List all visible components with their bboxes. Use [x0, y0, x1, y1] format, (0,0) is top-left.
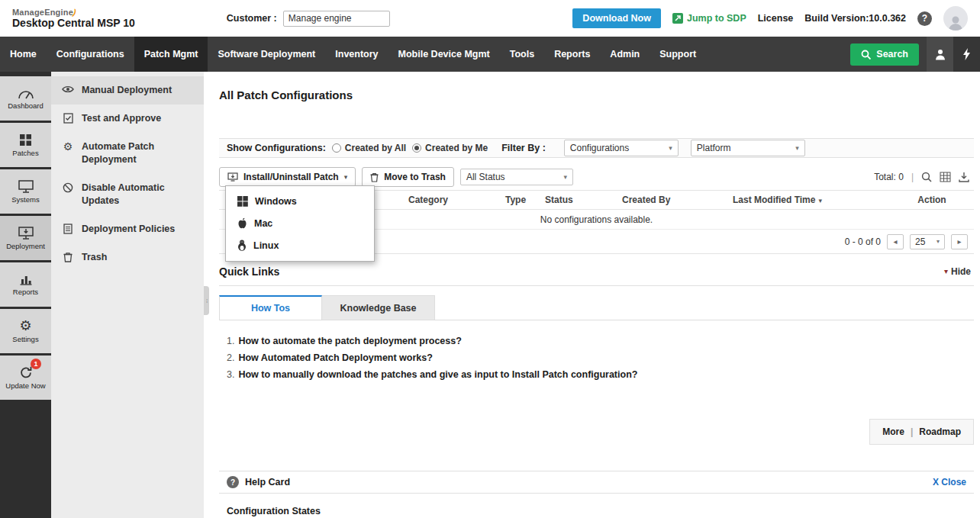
os-menu-item-linux[interactable]: Linux	[226, 234, 374, 256]
filter-by-label: Filter By :	[501, 143, 546, 153]
show-configurations-label: Show Configurations:	[227, 143, 326, 153]
nav-mobile-device-mgmt[interactable]: Mobile Device Mgmt	[388, 37, 500, 72]
export-button[interactable]	[959, 172, 969, 182]
hide-quick-links-button[interactable]: ▾ Hide	[944, 266, 971, 277]
rail-systems[interactable]: Systems	[0, 169, 51, 214]
windows-icon	[237, 196, 248, 207]
download-now-button[interactable]: Download Now	[572, 8, 661, 28]
jump-to-sdp-link[interactable]: Jump to SDP	[672, 13, 746, 24]
app-logo: ManageEngine) Desktop Central MSP 10	[12, 8, 135, 29]
roadmap-link[interactable]: Roadmap	[919, 426, 961, 437]
nav-configurations[interactable]: Configurations	[47, 37, 134, 72]
rail-reports[interactable]: Reports	[0, 262, 51, 307]
howto-link-1[interactable]: How to automate the patch deployment pro…	[238, 333, 461, 349]
more-link[interactable]: More	[882, 426, 904, 437]
more-roadmap-box: More | Roadmap	[869, 419, 974, 445]
build-version: Build Version:10.0.362	[804, 13, 906, 24]
move-to-trash-button[interactable]: Move to Trash	[362, 167, 454, 187]
nav-tools[interactable]: Tools	[500, 37, 544, 72]
grid-icon	[940, 172, 951, 182]
column-chooser-button[interactable]	[940, 172, 951, 182]
col-category[interactable]: Category	[405, 195, 502, 205]
sidebar-item-trash[interactable]: Trash	[51, 243, 204, 272]
install-patch-icon	[227, 172, 238, 182]
gear-icon: ⚙	[19, 319, 31, 333]
quick-actions-button[interactable]	[953, 37, 980, 72]
customer-input[interactable]	[283, 11, 390, 27]
filter-bar: Show Configurations: Created by All Crea…	[219, 138, 974, 158]
nav-software-deployment[interactable]: Software Deployment	[208, 37, 325, 72]
nav-home[interactable]: Home	[0, 37, 47, 72]
rail-dashboard[interactable]: Dashboard	[0, 76, 51, 121]
status-filter-select[interactable]: All Status ▾	[460, 169, 573, 185]
rail-settings[interactable]: ⚙ Settings	[0, 309, 51, 353]
page-size-select[interactable]: 25 ▾	[910, 234, 945, 249]
sidebar-item-test-and-approve[interactable]: Test and Approve	[51, 105, 204, 133]
nav-reports[interactable]: Reports	[544, 37, 600, 72]
sidebar-item-disable-automatic-updates[interactable]: Disable Automatic Updates	[51, 174, 204, 215]
rail-deployment[interactable]: Deployment	[0, 216, 51, 260]
howto-link-2[interactable]: How Automated Patch Deployment works?	[238, 349, 432, 366]
col-status[interactable]: Status	[542, 195, 619, 205]
nav-inventory[interactable]: Inventory	[325, 37, 388, 72]
reports-icon	[19, 273, 33, 285]
os-menu-item-mac[interactable]: Mac	[226, 212, 374, 234]
chevron-down-icon: ▾	[344, 173, 348, 181]
deployment-icon	[18, 227, 34, 240]
radio-checked-icon	[412, 143, 421, 153]
os-menu-item-windows[interactable]: Windows	[226, 191, 374, 212]
chevron-down-icon: ▾	[795, 144, 799, 152]
list-item: 1. How to automate the patch deployment …	[227, 333, 974, 349]
radio-created-by-me[interactable]: Created by Me	[412, 143, 488, 153]
update-badge: 1	[31, 359, 41, 369]
close-help-card-button[interactable]: X Close	[933, 477, 966, 487]
install-uninstall-patch-button[interactable]: Install/Uninstall Patch ▾	[219, 167, 356, 187]
tab-how-tos[interactable]: How Tos	[219, 295, 322, 320]
col-created-by[interactable]: Created By	[619, 195, 730, 205]
help-icon[interactable]: ?	[917, 11, 932, 26]
quick-links-title: Quick Links	[219, 265, 279, 278]
nav-patch-mgmt[interactable]: Patch Mgmt	[134, 37, 208, 72]
next-page-button[interactable]: ▸	[951, 234, 968, 249]
search-button[interactable]: Search	[850, 43, 919, 66]
platform-filter-select[interactable]: Platform ▾	[691, 140, 805, 156]
user-scope-button[interactable]	[927, 37, 953, 72]
rail-update-now[interactable]: 1 Update Now	[0, 356, 51, 400]
customer-label: Customer :	[227, 13, 277, 24]
license-link[interactable]: License	[758, 13, 794, 24]
person-icon	[947, 14, 964, 31]
sidebar-item-deployment-policies[interactable]: Deployment Policies	[51, 215, 204, 243]
radio-created-by-all[interactable]: Created by All	[332, 143, 406, 153]
nav-admin[interactable]: Admin	[600, 37, 650, 72]
col-last-modified-time[interactable]: Last Modified Time▾	[730, 195, 890, 205]
refresh-icon	[19, 365, 33, 379]
avatar[interactable]	[943, 6, 968, 31]
search-icon	[861, 50, 871, 60]
sidebar-item-manual-deployment[interactable]: Manual Deployment	[51, 76, 204, 105]
disable-icon	[62, 182, 74, 193]
systems-icon	[18, 180, 34, 193]
prev-page-button[interactable]: ◂	[887, 234, 904, 249]
configurations-filter-select[interactable]: Configurations ▾	[564, 140, 679, 156]
main-content: ⁞ All Patch Configurations Show Configur…	[204, 72, 980, 518]
patches-icon	[19, 134, 32, 146]
quick-links-tabs: How Tos Knowledge Base	[219, 295, 974, 320]
table-search-button[interactable]	[921, 172, 932, 182]
sidebar-item-automate-patch-deployment[interactable]: ⚙ Automate Patch Deployment	[51, 133, 204, 174]
clipboard-check-icon	[62, 113, 74, 124]
nav-support[interactable]: Support	[650, 37, 706, 72]
col-type[interactable]: Type	[502, 195, 542, 205]
document-icon	[62, 224, 74, 234]
radio-icon	[332, 143, 341, 153]
rail-patches[interactable]: Patches	[0, 123, 51, 167]
tab-knowledge-base[interactable]: Knowledge Base	[322, 295, 435, 320]
howto-link-3[interactable]: How to manually download the patches and…	[238, 366, 637, 383]
panel-collapse-handle[interactable]: ⁞	[204, 286, 209, 315]
apple-icon	[237, 217, 247, 229]
eye-icon	[62, 85, 74, 94]
how-tos-panel: 1. How to automate the patch deployment …	[219, 320, 974, 445]
sdp-icon	[672, 13, 683, 24]
chevron-down-icon: ▾	[936, 238, 940, 245]
list-item: 3. How to manually download the patches …	[227, 366, 974, 383]
linux-icon	[237, 240, 247, 251]
